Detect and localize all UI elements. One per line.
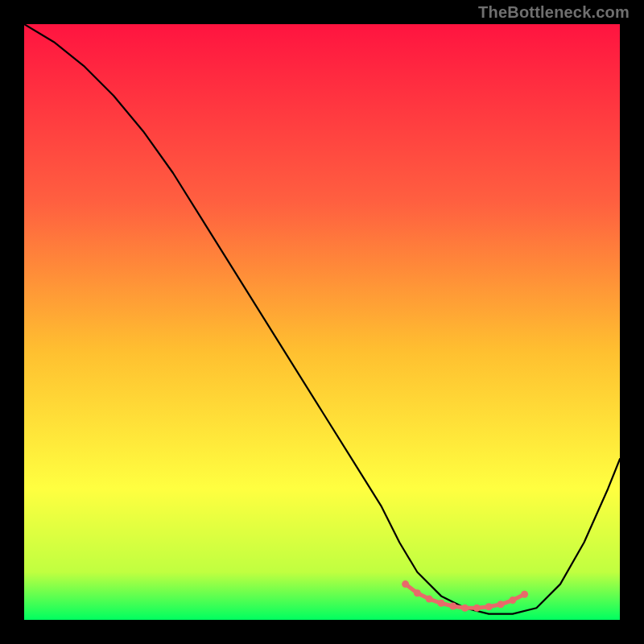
- marker-point: [473, 605, 481, 612]
- chart-frame: TheBottleneck.com: [0, 0, 644, 644]
- gradient-background: [24, 24, 620, 620]
- marker-point: [449, 603, 456, 610]
- marker-point: [438, 600, 445, 607]
- marker-point: [497, 601, 505, 608]
- marker-point: [402, 580, 409, 588]
- marker-point: [485, 603, 493, 610]
- marker-point: [461, 605, 469, 612]
- plot-svg: [24, 24, 620, 620]
- watermark-text: TheBottleneck.com: [478, 3, 630, 22]
- plot-area: [24, 24, 620, 620]
- marker-point: [414, 589, 421, 597]
- marker-point: [509, 597, 516, 604]
- marker-point: [426, 596, 433, 603]
- marker-point: [521, 591, 528, 598]
